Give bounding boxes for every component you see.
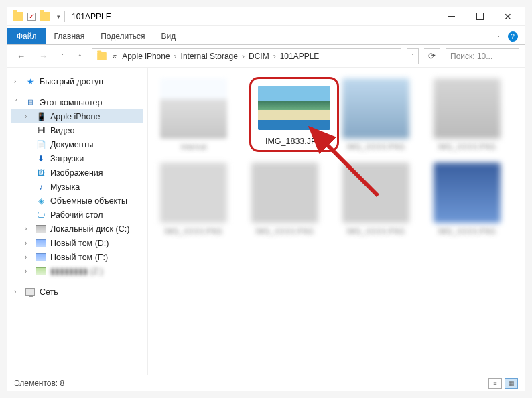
window-controls: ✕: [438, 9, 522, 25]
chevron-right-icon: ›: [272, 52, 277, 61]
search-input[interactable]: Поиск: 10...: [446, 48, 519, 64]
file-item[interactable]: IMG_XXXX.PNG: [340, 163, 412, 235]
minimize-button[interactable]: [438, 9, 466, 25]
network-icon: [25, 287, 36, 297]
breadcrumb-segment[interactable]: Internal Storage: [178, 49, 241, 64]
video-icon: 🎞: [36, 125, 46, 136]
drive-icon: [36, 238, 46, 249]
file-item[interactable]: Internal: [157, 78, 230, 151]
explorer-window: ✓ ▾ 101APPLE ✕ Файл Главная Поделиться В…: [7, 7, 525, 391]
file-item[interactable]: IMG_XXXX.PNG: [340, 78, 412, 151]
breadcrumb-segment[interactable]: Apple iPhone: [119, 49, 172, 64]
chevron-right-icon: ›: [241, 52, 246, 61]
up-button[interactable]: ↑: [74, 50, 86, 62]
phone-icon: 📱: [36, 111, 46, 122]
folder-icon: [13, 12, 23, 21]
nav-label: Объемные объекты: [50, 196, 127, 206]
ribbon-collapse-icon[interactable]: ˅: [497, 35, 501, 42]
drive-icon: [36, 224, 46, 235]
file-item[interactable]: IMG_XXXX.PNG: [157, 163, 230, 235]
nav-bar: ← → ˅ ↑ « Apple iPhone› Internal Storage…: [7, 45, 525, 68]
qat-properties-checkbox[interactable]: ✓: [27, 13, 36, 21]
breadcrumb-segment[interactable]: «: [110, 49, 120, 64]
nav-label: Видео: [50, 126, 75, 135]
cube-icon: ◈: [36, 196, 46, 206]
nav-label: ▮▮▮▮▮▮▮▮ (Z:): [50, 266, 103, 276]
pictures-icon: 🖼: [36, 168, 46, 178]
nav-drive-z[interactable]: › ▮▮▮▮▮▮▮▮ (Z:): [11, 264, 143, 278]
address-history-dropdown[interactable]: ˅: [407, 48, 419, 64]
ribbon-file-tab[interactable]: Файл: [7, 28, 46, 44]
help-button[interactable]: ?: [505, 28, 521, 44]
nav-label: Изображения: [50, 168, 103, 178]
music-icon: ♪: [36, 182, 46, 192]
nav-video[interactable]: 🎞 Видео: [11, 123, 143, 137]
nav-drive-c[interactable]: › Локальный диск (C:): [11, 222, 143, 236]
title-bar: ✓ ▾ 101APPLE ✕: [7, 7, 525, 26]
view-thumbnails-button[interactable]: ▦: [505, 378, 518, 389]
file-item[interactable]: IMG_XXXX.PNG: [431, 78, 503, 151]
file-label: IMG_1833.JPG: [255, 137, 333, 146]
nav-this-pc[interactable]: ˅ 🖥 Этот компьютер: [11, 95, 143, 109]
nav-documents[interactable]: 📄 Документы: [11, 137, 143, 151]
drive-icon: [36, 266, 46, 277]
help-icon: ?: [508, 31, 518, 42]
back-button[interactable]: ←: [13, 50, 29, 62]
separator: [64, 11, 65, 22]
chevron-right-icon: ›: [173, 52, 178, 61]
nav-desktop[interactable]: 🖵 Рабочий стол: [11, 208, 143, 222]
file-item-highlighted[interactable]: IMG_1833.JPG: [247, 77, 341, 152]
callout-frame: IMG_1833.JPG: [249, 77, 339, 152]
nav-label: Локальный диск (C:): [50, 224, 129, 234]
chevron-down-icon: ˅: [14, 98, 21, 106]
nav-quick-access[interactable]: › ★ Быстрый доступ: [11, 74, 143, 88]
status-bar: Элементов: 8 ≡ ▦: [7, 375, 525, 391]
content-pane[interactable]: Internal IMG_XXXX.PNG IMG_XXXX.PNG IMG_X…: [148, 68, 525, 375]
desktop-icon: 🖵: [36, 210, 46, 220]
nav-apple-iphone[interactable]: › 📱 Apple iPhone: [11, 109, 143, 123]
file-item[interactable]: IMG_XXXX.PNG: [249, 163, 321, 235]
quick-access-toolbar: ✓ ▾: [13, 12, 60, 21]
refresh-button[interactable]: ⟳: [424, 48, 440, 64]
nav-label: Рабочий стол: [50, 210, 103, 220]
nav-label: Документы: [50, 140, 93, 149]
chevron-right-icon: ›: [25, 113, 31, 120]
ribbon-tab-home[interactable]: Главная: [46, 28, 93, 44]
nav-music[interactable]: ♪ Музыка: [11, 180, 143, 194]
recent-dropdown[interactable]: ˅: [57, 52, 68, 61]
folder-icon: [40, 12, 50, 21]
folder-icon: [97, 52, 107, 60]
nav-label: Сеть: [40, 287, 58, 297]
nav-drive-f[interactable]: › Новый том (F:): [11, 250, 143, 264]
maximize-button[interactable]: [466, 9, 494, 25]
nav-downloads[interactable]: ⬇ Загрузки: [11, 151, 143, 165]
nav-label: Apple iPhone: [50, 112, 100, 121]
nav-network[interactable]: › Сеть: [11, 285, 143, 299]
navigation-pane: › ★ Быстрый доступ ˅ 🖥 Этот компьютер › …: [7, 68, 148, 375]
forward-button[interactable]: →: [35, 50, 52, 62]
nav-label: Загрузки: [50, 154, 84, 163]
ribbon: Файл Главная Поделиться Вид ˅ ?: [7, 26, 525, 45]
nav-3dobjects[interactable]: ◈ Объемные объекты: [11, 194, 143, 208]
breadcrumb-segment[interactable]: 101APPLE: [277, 49, 322, 64]
ribbon-tab-view[interactable]: Вид: [153, 28, 184, 44]
nav-pictures[interactable]: 🖼 Изображения: [11, 165, 143, 180]
chevron-right-icon: ›: [25, 253, 31, 261]
nav-label: Музыка: [50, 182, 80, 192]
close-button[interactable]: ✕: [494, 9, 522, 25]
item-count-label: Элементов: 8: [14, 379, 64, 388]
view-details-button[interactable]: ≡: [488, 378, 502, 389]
breadcrumb-segment[interactable]: DCIM: [246, 49, 272, 64]
computer-icon: 🖥: [25, 97, 36, 108]
chevron-right-icon: ›: [25, 267, 31, 275]
address-bar[interactable]: « Apple iPhone› Internal Storage› DCIM› …: [92, 48, 402, 64]
nav-drive-d[interactable]: › Новый том (D:): [11, 236, 143, 250]
star-icon: ★: [25, 76, 36, 87]
qat-dropdown-icon[interactable]: ▾: [57, 13, 60, 20]
file-item[interactable]: IMG_XXXX.PNG: [431, 163, 503, 235]
download-icon: ⬇: [36, 153, 46, 164]
file-thumbnail: [258, 86, 330, 130]
chevron-right-icon: ›: [25, 239, 31, 247]
chevron-right-icon: ›: [14, 78, 21, 85]
ribbon-tab-share[interactable]: Поделиться: [92, 28, 153, 44]
